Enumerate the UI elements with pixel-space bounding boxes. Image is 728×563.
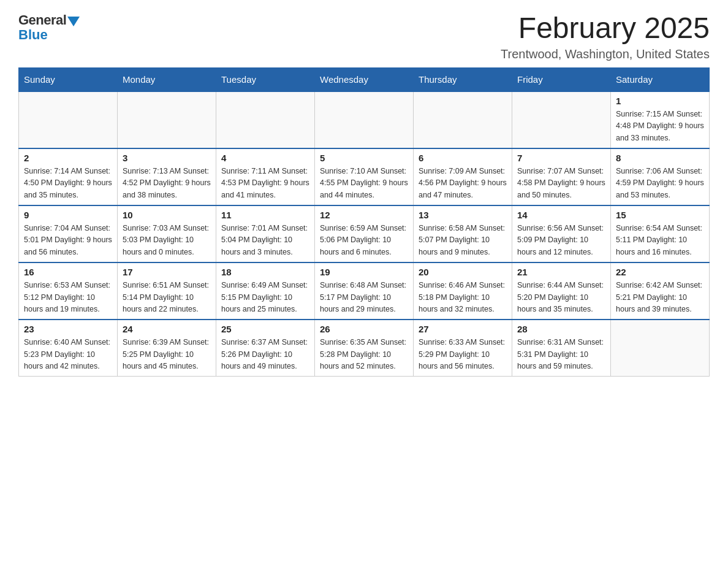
day-number: 5 bbox=[320, 153, 408, 163]
day-info: Sunrise: 7:15 AM Sunset: 4:48 PM Dayligh… bbox=[616, 109, 704, 144]
day-info: Sunrise: 7:01 AM Sunset: 5:04 PM Dayligh… bbox=[221, 223, 309, 258]
day-info: Sunrise: 7:04 AM Sunset: 5:01 PM Dayligh… bbox=[24, 223, 112, 258]
day-info: Sunrise: 7:03 AM Sunset: 5:03 PM Dayligh… bbox=[123, 223, 211, 258]
calendar-cell: 20Sunrise: 6:46 AM Sunset: 5:18 PM Dayli… bbox=[414, 262, 512, 320]
calendar-cell: 11Sunrise: 7:01 AM Sunset: 5:04 PM Dayli… bbox=[216, 205, 315, 262]
day-number: 4 bbox=[221, 153, 309, 163]
calendar-cell: 23Sunrise: 6:40 AM Sunset: 5:23 PM Dayli… bbox=[19, 320, 118, 377]
day-number: 11 bbox=[221, 210, 309, 220]
calendar-week-row: 9Sunrise: 7:04 AM Sunset: 5:01 PM Daylig… bbox=[19, 205, 710, 262]
day-info: Sunrise: 7:10 AM Sunset: 4:55 PM Dayligh… bbox=[320, 166, 408, 201]
calendar-cell: 12Sunrise: 6:59 AM Sunset: 5:06 PM Dayli… bbox=[315, 205, 414, 262]
calendar-cell: 14Sunrise: 6:56 AM Sunset: 5:09 PM Dayli… bbox=[512, 205, 611, 262]
logo-general-text: General bbox=[18, 12, 66, 28]
day-number: 17 bbox=[123, 267, 211, 277]
calendar-cell: 25Sunrise: 6:37 AM Sunset: 5:26 PM Dayli… bbox=[216, 320, 315, 377]
day-number: 12 bbox=[320, 210, 408, 220]
day-info: Sunrise: 6:33 AM Sunset: 5:29 PM Dayligh… bbox=[419, 337, 507, 372]
calendar-cell bbox=[414, 91, 512, 148]
day-info: Sunrise: 6:35 AM Sunset: 5:28 PM Dayligh… bbox=[320, 337, 408, 372]
weekday-header-thursday: Thursday bbox=[414, 67, 512, 91]
page-header: General Blue February 2025 Trentwood, Wa… bbox=[18, 12, 710, 61]
calendar-cell bbox=[315, 91, 414, 148]
calendar-cell: 4Sunrise: 7:11 AM Sunset: 4:53 PM Daylig… bbox=[216, 148, 315, 205]
day-info: Sunrise: 6:49 AM Sunset: 5:15 PM Dayligh… bbox=[221, 280, 309, 315]
day-info: Sunrise: 6:46 AM Sunset: 5:18 PM Dayligh… bbox=[419, 280, 507, 315]
calendar-cell bbox=[512, 91, 611, 148]
weekday-header-row: SundayMondayTuesdayWednesdayThursdayFrid… bbox=[19, 67, 710, 91]
calendar-cell: 8Sunrise: 7:06 AM Sunset: 4:59 PM Daylig… bbox=[611, 148, 710, 205]
day-info: Sunrise: 6:56 AM Sunset: 5:09 PM Dayligh… bbox=[517, 223, 605, 258]
day-info: Sunrise: 6:59 AM Sunset: 5:06 PM Dayligh… bbox=[320, 223, 408, 258]
day-number: 10 bbox=[123, 210, 211, 220]
day-number: 23 bbox=[24, 324, 112, 334]
logo-arrow-icon bbox=[67, 17, 80, 26]
weekday-header-wednesday: Wednesday bbox=[315, 67, 414, 91]
day-number: 2 bbox=[24, 153, 112, 163]
day-info: Sunrise: 6:58 AM Sunset: 5:07 PM Dayligh… bbox=[419, 223, 507, 258]
calendar-cell bbox=[611, 320, 710, 377]
day-info: Sunrise: 7:11 AM Sunset: 4:53 PM Dayligh… bbox=[221, 166, 309, 201]
day-number: 15 bbox=[616, 210, 704, 220]
weekday-header-monday: Monday bbox=[118, 67, 216, 91]
day-info: Sunrise: 7:14 AM Sunset: 4:50 PM Dayligh… bbox=[24, 166, 112, 201]
calendar-cell bbox=[216, 91, 315, 148]
logo-blue-text: Blue bbox=[18, 27, 48, 43]
title-area: February 2025 Trentwood, Washington, Uni… bbox=[501, 12, 710, 61]
logo: General Blue bbox=[18, 12, 80, 43]
day-number: 13 bbox=[419, 210, 507, 220]
calendar-cell: 18Sunrise: 6:49 AM Sunset: 5:15 PM Dayli… bbox=[216, 262, 315, 320]
day-info: Sunrise: 7:06 AM Sunset: 4:59 PM Dayligh… bbox=[616, 166, 704, 201]
calendar-week-row: 16Sunrise: 6:53 AM Sunset: 5:12 PM Dayli… bbox=[19, 262, 710, 320]
day-number: 7 bbox=[517, 153, 605, 163]
calendar-cell: 9Sunrise: 7:04 AM Sunset: 5:01 PM Daylig… bbox=[19, 205, 118, 262]
day-info: Sunrise: 6:31 AM Sunset: 5:31 PM Dayligh… bbox=[517, 337, 605, 372]
calendar-cell: 22Sunrise: 6:42 AM Sunset: 5:21 PM Dayli… bbox=[611, 262, 710, 320]
weekday-header-saturday: Saturday bbox=[611, 67, 710, 91]
calendar-week-row: 23Sunrise: 6:40 AM Sunset: 5:23 PM Dayli… bbox=[19, 320, 710, 377]
calendar-cell: 7Sunrise: 7:07 AM Sunset: 4:58 PM Daylig… bbox=[512, 148, 611, 205]
day-info: Sunrise: 6:42 AM Sunset: 5:21 PM Dayligh… bbox=[616, 280, 704, 315]
day-info: Sunrise: 6:37 AM Sunset: 5:26 PM Dayligh… bbox=[221, 337, 309, 372]
calendar-cell bbox=[118, 91, 216, 148]
calendar-cell: 2Sunrise: 7:14 AM Sunset: 4:50 PM Daylig… bbox=[19, 148, 118, 205]
day-number: 18 bbox=[221, 267, 309, 277]
day-info: Sunrise: 7:13 AM Sunset: 4:52 PM Dayligh… bbox=[123, 166, 211, 201]
day-number: 20 bbox=[419, 267, 507, 277]
day-info: Sunrise: 6:54 AM Sunset: 5:11 PM Dayligh… bbox=[616, 223, 704, 258]
day-info: Sunrise: 7:09 AM Sunset: 4:56 PM Dayligh… bbox=[419, 166, 507, 201]
calendar-cell: 27Sunrise: 6:33 AM Sunset: 5:29 PM Dayli… bbox=[414, 320, 512, 377]
calendar-cell: 16Sunrise: 6:53 AM Sunset: 5:12 PM Dayli… bbox=[19, 262, 118, 320]
calendar-cell: 21Sunrise: 6:44 AM Sunset: 5:20 PM Dayli… bbox=[512, 262, 611, 320]
day-info: Sunrise: 6:51 AM Sunset: 5:14 PM Dayligh… bbox=[123, 280, 211, 315]
day-info: Sunrise: 6:39 AM Sunset: 5:25 PM Dayligh… bbox=[123, 337, 211, 372]
calendar-cell: 1Sunrise: 7:15 AM Sunset: 4:48 PM Daylig… bbox=[611, 91, 710, 148]
day-info: Sunrise: 6:44 AM Sunset: 5:20 PM Dayligh… bbox=[517, 280, 605, 315]
calendar-cell: 28Sunrise: 6:31 AM Sunset: 5:31 PM Dayli… bbox=[512, 320, 611, 377]
day-number: 1 bbox=[616, 96, 704, 106]
calendar-table: SundayMondayTuesdayWednesdayThursdayFrid… bbox=[18, 67, 710, 377]
location-title: Trentwood, Washington, United States bbox=[501, 47, 710, 61]
calendar-cell: 15Sunrise: 6:54 AM Sunset: 5:11 PM Dayli… bbox=[611, 205, 710, 262]
calendar-cell: 10Sunrise: 7:03 AM Sunset: 5:03 PM Dayli… bbox=[118, 205, 216, 262]
day-info: Sunrise: 6:53 AM Sunset: 5:12 PM Dayligh… bbox=[24, 280, 112, 315]
weekday-header-friday: Friday bbox=[512, 67, 611, 91]
day-number: 26 bbox=[320, 324, 408, 334]
calendar-cell: 19Sunrise: 6:48 AM Sunset: 5:17 PM Dayli… bbox=[315, 262, 414, 320]
day-info: Sunrise: 7:07 AM Sunset: 4:58 PM Dayligh… bbox=[517, 166, 605, 201]
day-number: 22 bbox=[616, 267, 704, 277]
calendar-cell: 17Sunrise: 6:51 AM Sunset: 5:14 PM Dayli… bbox=[118, 262, 216, 320]
day-number: 24 bbox=[123, 324, 211, 334]
calendar-cell bbox=[19, 91, 118, 148]
calendar-cell: 24Sunrise: 6:39 AM Sunset: 5:25 PM Dayli… bbox=[118, 320, 216, 377]
weekday-header-tuesday: Tuesday bbox=[216, 67, 315, 91]
calendar-cell: 6Sunrise: 7:09 AM Sunset: 4:56 PM Daylig… bbox=[414, 148, 512, 205]
day-number: 19 bbox=[320, 267, 408, 277]
month-title: February 2025 bbox=[501, 12, 710, 45]
day-number: 9 bbox=[24, 210, 112, 220]
day-number: 3 bbox=[123, 153, 211, 163]
calendar-cell: 13Sunrise: 6:58 AM Sunset: 5:07 PM Dayli… bbox=[414, 205, 512, 262]
calendar-cell: 5Sunrise: 7:10 AM Sunset: 4:55 PM Daylig… bbox=[315, 148, 414, 205]
day-number: 21 bbox=[517, 267, 605, 277]
day-info: Sunrise: 6:48 AM Sunset: 5:17 PM Dayligh… bbox=[320, 280, 408, 315]
